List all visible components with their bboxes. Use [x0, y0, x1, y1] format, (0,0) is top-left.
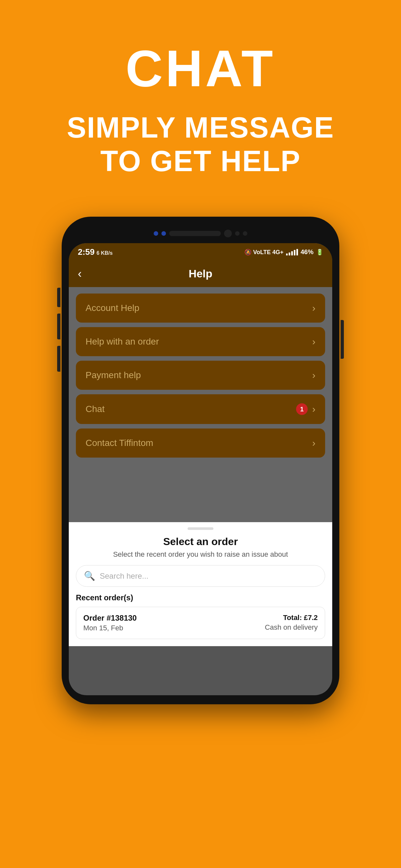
- menu-item-label-help-order: Help with an order: [86, 337, 159, 347]
- signal-bar-4: [294, 250, 296, 255]
- phone-speaker: [169, 231, 221, 236]
- status-kb: 6 KB/s: [96, 250, 113, 256]
- camera-dot-4: [243, 231, 247, 236]
- battery-text: 46%: [301, 248, 313, 256]
- phone-screen: 2:59 6 KB/s 🔕 VoLTE 4G+ 46% 🔋: [69, 243, 332, 695]
- order-right: Total: £7.2 Cash on delivery: [265, 614, 318, 631]
- status-time: 2:59: [78, 247, 95, 257]
- order-left: Order #138130 Mon 15, Feb: [83, 614, 136, 632]
- app-header: ‹ Help: [69, 260, 332, 287]
- order-date: Mon 15, Feb: [83, 624, 136, 632]
- menu-item-right-payment-help: ›: [312, 370, 315, 381]
- chat-badge: 1: [296, 403, 308, 415]
- menu-item-contact[interactable]: Contact Tiffintom ›: [76, 429, 325, 458]
- chevron-icon-contact: ›: [312, 438, 315, 448]
- menu-item-payment-help[interactable]: Payment help ›: [76, 361, 325, 390]
- menu-item-right-help-order: ›: [312, 336, 315, 347]
- front-camera: [224, 229, 232, 237]
- side-btn-vol-down: [57, 346, 60, 372]
- menu-item-right-contact: ›: [312, 438, 315, 448]
- order-card[interactable]: Order #138130 Mon 15, Feb Total: £7.2 Ca…: [76, 607, 325, 639]
- signal-bar-5: [297, 249, 298, 255]
- signal-bars: [286, 249, 298, 255]
- sheet-subtitle: Select the recent order you wish to rais…: [76, 550, 325, 559]
- menu-item-label-payment-help: Payment help: [86, 370, 141, 380]
- search-placeholder: Search here...: [100, 571, 149, 581]
- app-header-title: Help: [189, 268, 212, 280]
- order-number: Order #138130: [83, 614, 136, 623]
- hero-subtitle: SIMPLY MESSAGE TO GET HELP: [48, 111, 353, 178]
- menu-area: Account Help › Help with an order › Paym…: [69, 287, 332, 464]
- order-total: Total: £7.2: [283, 614, 318, 622]
- menu-item-help-order[interactable]: Help with an order ›: [76, 327, 325, 356]
- signal-bar-1: [286, 253, 288, 255]
- chevron-icon-payment-help: ›: [312, 370, 315, 381]
- order-payment: Cash on delivery: [265, 623, 318, 631]
- menu-item-label-contact: Contact Tiffintom: [86, 438, 153, 448]
- side-btn-vol-up: [57, 314, 60, 339]
- search-icon: 🔍: [84, 570, 95, 581]
- phone-top-bar: [69, 226, 332, 243]
- sheet-handle[interactable]: [188, 527, 213, 530]
- chevron-icon-account-help: ›: [312, 303, 315, 314]
- camera-dot-2: [161, 231, 166, 236]
- phone-mockup: 2:59 6 KB/s 🔕 VoLTE 4G+ 46% 🔋: [62, 217, 339, 704]
- hero-title: CHAT: [126, 39, 276, 98]
- sheet-title: Select an order: [76, 536, 325, 548]
- menu-item-label-account-help: Account Help: [86, 303, 140, 313]
- chevron-icon-help-order: ›: [312, 336, 315, 347]
- status-right: 🔕 VoLTE 4G+ 46% 🔋: [244, 248, 323, 256]
- signal-bar-3: [291, 251, 293, 255]
- menu-item-account-help[interactable]: Account Help ›: [76, 293, 325, 322]
- phone-outer: 2:59 6 KB/s 🔕 VoLTE 4G+ 46% 🔋: [62, 217, 339, 704]
- status-bar: 2:59 6 KB/s 🔕 VoLTE 4G+ 46% 🔋: [69, 243, 332, 260]
- battery-icon: 🔋: [316, 249, 323, 256]
- camera-dot-1: [154, 231, 158, 236]
- back-button[interactable]: ‹: [78, 267, 82, 281]
- signal-bar-2: [289, 252, 290, 255]
- recent-orders-label: Recent order(s): [76, 593, 325, 602]
- menu-item-right-account-help: ›: [312, 303, 315, 314]
- menu-item-label-chat: Chat: [86, 404, 104, 414]
- status-icons: 🔕 VoLTE 4G+: [244, 249, 283, 256]
- screen-filler: [69, 464, 332, 522]
- chevron-icon-chat: ›: [312, 404, 315, 414]
- side-btn-mute: [57, 288, 60, 307]
- bottom-sheet: Select an order Select the recent order …: [69, 522, 332, 646]
- menu-item-right-chat: 1 ›: [296, 403, 315, 415]
- status-left: 2:59 6 KB/s: [78, 247, 113, 257]
- hero-section: CHAT SIMPLY MESSAGE TO GET HELP: [0, 0, 401, 197]
- side-btn-power: [341, 320, 344, 359]
- search-box[interactable]: 🔍 Search here...: [76, 565, 325, 587]
- menu-item-chat[interactable]: Chat 1 ›: [76, 394, 325, 424]
- camera-dot-3: [235, 231, 240, 236]
